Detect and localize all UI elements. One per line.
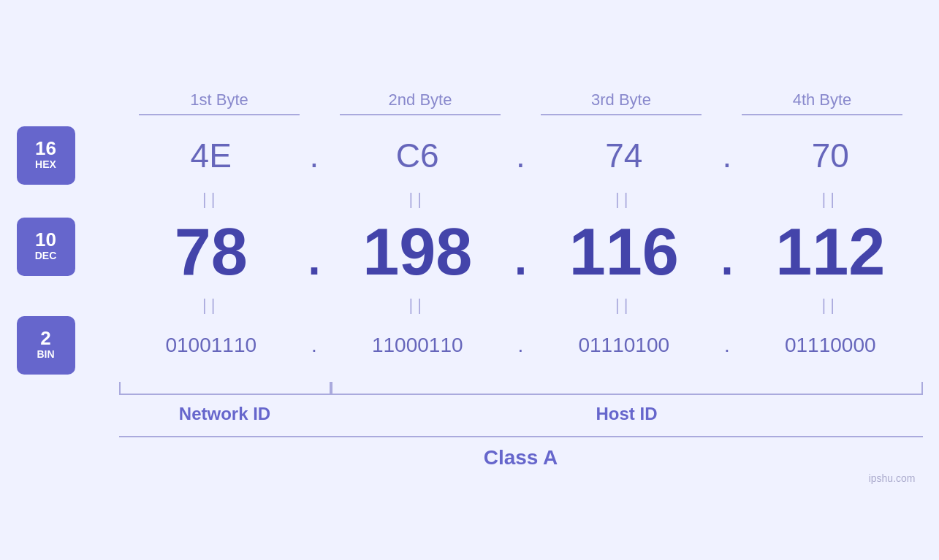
eq2-b3: || <box>532 296 717 315</box>
byte4-header: 4th Byte <box>722 91 923 115</box>
dec-badge-label: DEC <box>35 249 57 264</box>
dec-b1: 78 <box>119 215 304 290</box>
bin-badge-num: 2 <box>40 329 50 348</box>
bin-dot1: . <box>303 334 325 357</box>
host-bracket <box>331 382 923 395</box>
bin-b2: 11000110 <box>325 334 510 357</box>
bin-badge-label: BIN <box>37 348 54 362</box>
bin-row: 01001110 . 11000110 . 01110100 . 0111000… <box>119 316 923 375</box>
byte-headers: 1st Byte 2nd Byte 3rd Byte 4th Byte <box>119 91 923 115</box>
bin-b3: 01110100 <box>532 334 717 357</box>
hex-b3: 74 <box>532 136 717 175</box>
hex-b2: C6 <box>325 136 510 175</box>
dec-b2: 198 <box>325 215 510 290</box>
bin-badge: 2 BIN <box>17 316 75 375</box>
hex-badge-label: HEX <box>35 158 56 172</box>
hex-badge-num: 16 <box>35 139 56 158</box>
hex-dot1: . <box>303 136 325 175</box>
dec-badge-num: 10 <box>35 230 56 249</box>
dec-dot3: . <box>716 215 738 290</box>
equals-row-2: || || || || <box>119 294 923 316</box>
eq2-b1: || <box>119 296 304 315</box>
bin-dot3: . <box>716 334 738 357</box>
byte3-header: 3rd Byte <box>521 91 722 115</box>
network-id-label: Network ID <box>119 404 331 424</box>
bin-dot2: . <box>510 334 532 357</box>
eq1-b2: || <box>325 190 510 209</box>
class-section: Class A <box>119 436 923 469</box>
bin-b4: 01110000 <box>738 334 923 357</box>
dec-dot1: . <box>303 215 325 290</box>
hex-badge: 16 HEX <box>17 126 75 185</box>
eq1-b3: || <box>532 190 717 209</box>
hex-b4: 70 <box>738 136 923 175</box>
dec-b4: 112 <box>738 215 923 290</box>
dec-dot2: . <box>510 215 532 290</box>
hex-b1: 4E <box>119 136 304 175</box>
dec-badge: 10 DEC <box>17 218 75 276</box>
equals-row-1: || || || || <box>119 188 923 210</box>
eq2-b2: || <box>325 296 510 315</box>
bin-b1: 01001110 <box>119 334 304 357</box>
eq1-b4: || <box>738 190 923 209</box>
watermark: ipshu.com <box>869 472 916 484</box>
hex-row: 4E . C6 . 74 . 70 <box>119 123 923 188</box>
dec-row: 78 . 198 . 116 . 112 <box>119 210 923 294</box>
eq2-b4: || <box>738 296 923 315</box>
network-bracket <box>119 382 331 395</box>
bottom-section: Network ID Host ID <box>119 382 923 429</box>
hex-dot3: . <box>716 136 738 175</box>
eq1-b1: || <box>119 190 304 209</box>
hex-dot2: . <box>510 136 532 175</box>
dec-b3: 116 <box>532 215 717 290</box>
class-a-label: Class A <box>119 446 923 469</box>
byte1-header: 1st Byte <box>119 91 320 115</box>
byte2-header: 2nd Byte <box>320 91 521 115</box>
host-id-label: Host ID <box>331 404 923 424</box>
labels-row: Network ID Host ID <box>119 399 923 429</box>
bracket-row <box>119 382 923 396</box>
